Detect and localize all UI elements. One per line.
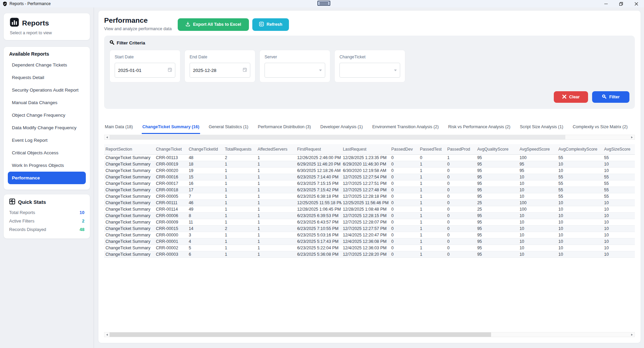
table-row[interactable]: ChangeTicket SummaryCRR-0001514216/23/20…	[104, 225, 635, 232]
table-cell: 10	[557, 167, 603, 174]
table-cell: 1	[418, 225, 446, 232]
table-cell: 10	[557, 232, 603, 238]
column-header-avgsizescore[interactable]: AvgSizeScore	[603, 144, 635, 154]
sidebar-item-dependent-change-tickets[interactable]: Dependent Change Tickets	[8, 59, 86, 71]
sidebar-item-security-operations-audit-report[interactable]: Security Operations Audit Report	[8, 84, 86, 96]
column-header-passedprod[interactable]: PassedProd	[446, 144, 476, 154]
sidebar-item-requests-detail[interactable]: Requests Detail	[8, 71, 86, 84]
table-row[interactable]: ChangeTicket SummaryCRR-0001817116/23/20…	[104, 187, 635, 193]
stat-value: 2	[82, 218, 84, 224]
table-cell: 55	[557, 174, 603, 180]
table-row[interactable]: ChangeTicket SummaryCRR-00114491112/28/2…	[104, 206, 635, 212]
table-cell: CRR-00018	[155, 187, 188, 193]
table-cell: 6/23/2025 5:36:08 PM	[296, 251, 341, 257]
scrollbar-thumb[interactable]	[110, 332, 491, 337]
sidebar-item-performance[interactable]: Performance	[8, 172, 86, 184]
table-cell: 6/23/2025 5:03:16 PM	[296, 232, 341, 238]
table-row[interactable]: ChangeTicket SummaryCRR-0002019116/30/20…	[104, 167, 635, 174]
table-cell: 12/7/2025 12:27:48 PM	[341, 187, 390, 193]
column-header-lastrequest[interactable]: LastRequest	[341, 144, 390, 154]
table-row[interactable]: ChangeTicket SummaryCRR-000057116/23/202…	[104, 193, 635, 199]
table-cell: 12/4/2025 12:20:47 PM	[341, 232, 390, 238]
table-cell: 10	[518, 251, 557, 257]
column-header-totalrequests[interactable]: TotalRequests	[223, 144, 256, 154]
chevron-down-icon	[319, 70, 322, 71]
tab-script-size-analysis-1[interactable]: Script Size Analysis (1)	[519, 122, 564, 134]
sidebar-item-data-modify-change-frequency[interactable]: Data Modify Change Frequency	[8, 121, 86, 134]
changeticket-input[interactable]	[339, 63, 400, 78]
close-button[interactable]	[629, 0, 644, 7]
table-row[interactable]: ChangeTicket SummaryCRR-000068116/23/202…	[104, 212, 635, 219]
filter-button[interactable]: Filter	[592, 91, 629, 103]
drag-handle[interactable]	[317, 1, 330, 6]
table-cell: 10	[603, 167, 635, 174]
table-cell: 0	[446, 187, 476, 193]
server-input[interactable]	[265, 63, 325, 78]
table-cell: 1	[256, 180, 296, 187]
scroll-right-arrow[interactable]	[629, 332, 635, 337]
column-header-firstrequest[interactable]: FirstRequest	[296, 144, 341, 154]
export-all-tabs-button[interactable]: Export All Tabs to Excel	[178, 18, 249, 31]
column-header-changeticketid[interactable]: ChangeTicketId	[187, 144, 223, 154]
tab-developer-analysis-1[interactable]: Developer Analysis (1)	[320, 122, 364, 134]
sidebar-item-work-in-progress-objects[interactable]: Work In Progress Objects	[8, 159, 86, 172]
calendar-icon	[243, 67, 247, 73]
filter-fields: Start Date2025-01-01End Date2025-12-28Se…	[110, 50, 629, 82]
tab-complexity-vs-size-matrix-2[interactable]: Complexity vs Size Matrix (2)	[572, 122, 628, 134]
scroll-left-arrow[interactable]	[104, 135, 110, 139]
table-row[interactable]: ChangeTicket SummaryCRR-0000911116/23/20…	[104, 219, 635, 225]
table-cell: 10	[603, 245, 635, 251]
sidebar-item-critical-objects-access[interactable]: Critical Objects Access	[8, 147, 86, 159]
tab-general-statistics-1[interactable]: General Statistics (1)	[208, 122, 249, 134]
scroll-left-arrow[interactable]	[104, 332, 110, 337]
start-date-input[interactable]: 2025-01-01	[115, 63, 175, 78]
scroll-right-arrow[interactable]	[629, 135, 635, 139]
table-row[interactable]: ChangeTicket SummaryCRR-00111461112/25/2…	[104, 199, 635, 206]
table-cell: 0	[446, 251, 476, 257]
table-row[interactable]: ChangeTicket SummaryCRR-000025116/23/202…	[104, 245, 635, 251]
clear-button[interactable]: Clear	[554, 91, 588, 103]
table-cell: 1	[223, 251, 256, 257]
table-cell: 1	[418, 238, 446, 245]
table-cell: CRR-00111	[155, 199, 188, 206]
table-row[interactable]: ChangeTicket SummaryCRR-0001615116/23/20…	[104, 174, 635, 180]
table-row[interactable]: ChangeTicket SummaryCRR-000036116/23/202…	[104, 251, 635, 257]
tab-performance-distribution-3[interactable]: Performance Distribution (3)	[257, 122, 311, 134]
sidebar-item-manual-data-changes[interactable]: Manual Data Changes	[8, 96, 86, 109]
sidebar-item-event-log-report[interactable]: Event Log Report	[8, 134, 86, 147]
minimize-button[interactable]	[598, 0, 613, 7]
table-row[interactable]: ChangeTicket SummaryCRR-000014116/23/202…	[104, 238, 635, 245]
column-header-avgspeedscore[interactable]: AvgSpeedScore	[518, 144, 557, 154]
table-row[interactable]: ChangeTicket SummaryCRR-0001716116/23/20…	[104, 180, 635, 187]
column-header-passeddev[interactable]: PassedDev	[390, 144, 418, 154]
table-cell: 55	[603, 193, 635, 199]
table-cell: 6/29/2025 11:46:20 PM	[296, 161, 341, 167]
restore-button[interactable]	[613, 0, 629, 7]
tab-changeticket-summary-16[interactable]: ChangeTicket Summary (16)	[142, 122, 200, 134]
filter-field-label: ChangeTicket	[339, 55, 400, 59]
tab-main-data-18[interactable]: Main Data (18)	[104, 122, 134, 134]
scrollbar-thumb[interactable]	[110, 135, 565, 139]
tab-risk-vs-performance-analysis-2[interactable]: Risk vs Performance Analysis (2)	[448, 122, 511, 134]
column-header-passedtest[interactable]: PassedTest	[418, 144, 446, 154]
table-row[interactable]: ChangeTicket SummaryCRR-000003116/23/202…	[104, 232, 635, 238]
column-header-affectedservers[interactable]: AffectedServers	[256, 144, 296, 154]
table-cell: 1	[256, 251, 296, 257]
refresh-button[interactable]: Refresh	[252, 18, 289, 31]
table-cell: 95	[476, 219, 518, 225]
column-header-avgcomplexityscore[interactable]: AvgComplexityScore	[557, 144, 603, 154]
column-header-reportsection[interactable]: ReportSection	[104, 144, 155, 154]
table-cell: CRR-00114	[155, 206, 188, 212]
table-row[interactable]: ChangeTicket SummaryCRR-0001918116/29/20…	[104, 161, 635, 167]
horizontal-scrollbar-bottom[interactable]	[104, 332, 635, 337]
tab-environment-transition-analysis-2[interactable]: Environment Transition Analysis (2)	[372, 122, 440, 134]
column-header-avgqualityscore[interactable]: AvgQualityScore	[476, 144, 518, 154]
column-header-changeticket[interactable]: ChangeTicket	[155, 144, 188, 154]
end-date-input[interactable]: 2025-12-28	[190, 63, 250, 78]
horizontal-scrollbar-top[interactable]	[104, 135, 635, 140]
title-bar: Reports - Performance	[0, 0, 644, 7]
sidebar-item-object-change-frequency[interactable]: Object Change Frequency	[8, 109, 86, 121]
table-row[interactable]: ChangeTicket SummaryCRR-00113482112/26/2…	[104, 154, 635, 161]
table-cell: 1	[418, 199, 446, 206]
available-reports-card: Available Reports Dependent Change Ticke…	[3, 46, 90, 190]
